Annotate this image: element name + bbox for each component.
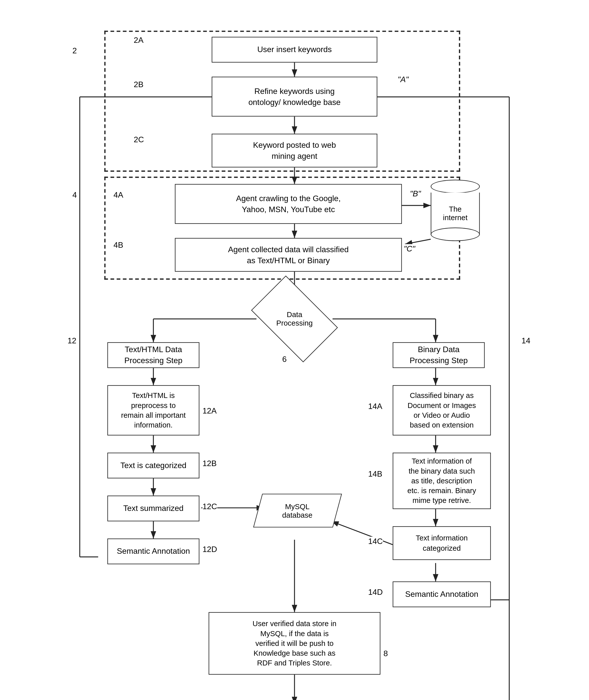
label-quote-B: "B" [410,189,421,198]
text-html-preprocess-box: Text/HTML is preprocess to remain all im… [108,385,199,436]
classified-binary-box: Classified binary as Document or Images … [393,385,491,436]
label-4B: 4B [114,240,123,250]
label-12: 12 [67,336,76,345]
text-categorized-box: Text is categorized [108,453,199,478]
text-summarized-label: Text summarized [123,503,184,514]
internet-cylinder: The internet [431,180,480,235]
text-categorized-label: Text is categorized [120,460,186,471]
svg-line-20 [331,521,393,545]
semantic-annotation-right-label: Semantic Annotation [405,589,478,600]
semantic-annotation-right-box: Semantic Annotation [393,581,491,607]
user-verified-label: User verified data store in MySQL, if th… [252,619,337,668]
label-6: 6 [282,355,287,364]
text-info-binary-label: Text information of the binary data such… [407,456,476,506]
binary-data-processing-label: Binary Data Processing Step [410,344,468,366]
label-14B: 14B [368,469,382,478]
semantic-annotation-left-box: Semantic Annotation [108,538,199,564]
label-2A: 2A [134,36,144,45]
text-info-binary-box: Text information of the binary data such… [393,453,491,509]
agent-collected-box: Agent collected data will classified as … [175,238,402,272]
label-2: 2 [72,46,77,55]
agent-crawling-label: Agent crawling to the Google, Yahoo, MSN… [236,193,341,215]
label-14D: 14D [368,588,383,597]
semantic-annotation-left-label: Semantic Annotation [117,546,190,557]
binary-data-processing-box: Binary Data Processing Step [393,342,484,368]
internet-label: The internet [434,205,476,222]
cylinder-bottom-ellipse [431,228,480,241]
text-info-categorized-label: Text information categorized [416,533,468,553]
text-summarized-box: Text summarized [108,496,199,521]
label-12D: 12D [202,545,217,554]
keyword-posted-label: Keyword posted to web mining agent [253,140,336,161]
data-processing-diamond: Data Processing [258,288,332,349]
text-html-processing-label: Text/HTML Data Processing Step [124,344,182,366]
refine-keywords-box: Refine keywords using ontology/ knowledg… [212,77,377,116]
label-2C: 2C [134,135,144,144]
cylinder-body: The internet [431,192,480,235]
refine-keywords-label: Refine keywords using ontology/ knowledg… [248,86,341,107]
label-12A: 12A [202,406,217,415]
label-14: 14 [522,336,530,345]
label-8: 8 [384,649,388,658]
label-14A: 14A [368,402,382,411]
text-html-preprocess-label: Text/HTML is preprocess to remain all im… [121,391,186,430]
label-12B: 12B [202,459,217,468]
label-quote-C: "C" [404,244,415,253]
label-quote-A: "A" [398,75,409,84]
agent-collected-label: Agent collected data will classified as … [228,244,349,266]
classified-binary-label: Classified binary as Document or Images … [408,391,476,430]
label-2B: 2B [134,80,144,89]
user-verified-box: User verified data store in MySQL, if th… [209,612,381,675]
user-insert-label: User insert keywords [257,44,332,55]
text-html-processing-box: Text/HTML Data Processing Step [108,342,199,368]
cylinder-top [431,180,480,193]
label-12C: 12C [202,502,217,511]
agent-crawling-box: Agent crawling to the Google, Yahoo, MSN… [175,184,402,224]
mysql-database-box: MySQL database [253,494,342,527]
mysql-database-label: MySQL database [282,502,313,519]
label-14C: 14C [368,537,383,546]
text-info-categorized-box: Text information categorized [393,526,491,560]
label-4: 4 [72,190,77,199]
diamond-shape [251,275,338,362]
user-insert-box: User insert keywords [212,37,377,63]
keyword-posted-box: Keyword posted to web mining agent [212,134,377,168]
label-4A: 4A [114,190,123,199]
